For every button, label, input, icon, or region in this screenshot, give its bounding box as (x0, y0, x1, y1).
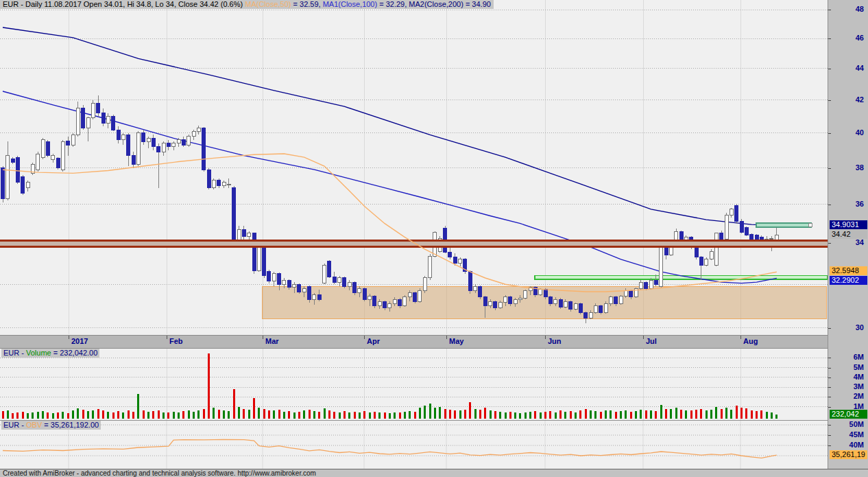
down-candle (494, 301, 497, 308)
date-label-may: May (449, 337, 463, 345)
date-tick-mark (263, 336, 263, 339)
obv-chart-canvas[interactable] (0, 421, 828, 469)
price-axis[interactable]: 4846444240383634306M5M4M3M2M1M50M45M40M3… (828, 0, 868, 469)
up-candle (604, 303, 607, 312)
status-bar: Created with AmiBroker - advanced charti… (0, 469, 868, 477)
volume-bar-up (715, 407, 717, 419)
volume-bar-down (384, 412, 386, 419)
volume-bar-down (218, 410, 220, 419)
volume-bar-down (549, 411, 551, 419)
volume-bar-up (72, 410, 74, 419)
down-candle (127, 135, 130, 155)
down-candle (267, 272, 271, 281)
volume-bar-down (570, 411, 572, 419)
title-segment: MA2(Close,200) = 34.90 (409, 0, 491, 8)
date-tick-mark (545, 336, 546, 339)
up-candle (177, 140, 180, 143)
volume-bar-down (263, 409, 265, 419)
volume-bar-down (363, 411, 365, 419)
volume-chart-canvas[interactable] (0, 349, 828, 420)
volume-bar-down (585, 409, 587, 419)
volume-bar-up (248, 410, 250, 419)
axis-tick-mark (828, 133, 831, 134)
date-label-jul: Jul (646, 337, 657, 345)
up-candle (91, 104, 95, 118)
axis-tick-mark (828, 397, 831, 397)
volume-bar-down (208, 353, 210, 419)
obv-line (3, 439, 777, 458)
axis-tick-mark (828, 435, 831, 436)
volume-bar-up (706, 410, 708, 419)
volume-bar-up (313, 411, 315, 419)
date-label-2017: 2017 (71, 337, 88, 345)
volume-bar-up (564, 412, 566, 419)
up-candle (609, 297, 612, 303)
volume-bar-up (369, 412, 371, 419)
volume-bar-up (359, 412, 361, 419)
volume-bar-up (27, 413, 29, 419)
date-axis[interactable]: 2017FebMarAprMayJunJulAug (0, 335, 868, 349)
title-segment: MA(Close,50) (245, 0, 291, 8)
down-candle (217, 181, 221, 186)
down-candle (448, 253, 452, 257)
volume-bar-down (2, 411, 4, 419)
down-candle (468, 272, 472, 291)
down-candle (343, 278, 346, 286)
down-candle (202, 128, 206, 170)
volume-bar-up (273, 410, 275, 419)
up-candle (71, 135, 75, 145)
amibroker-chart-window: EUR - Daily 11.08.2017 Open 34.01, Hi 34… (0, 0, 868, 477)
down-candle (21, 177, 25, 194)
axis-tick-mark (828, 205, 831, 205)
volume-bar-up (92, 410, 94, 419)
down-candle (363, 288, 366, 299)
volume-bar-down (288, 411, 290, 419)
volume-bar-up (766, 412, 768, 419)
down-candle (11, 159, 14, 163)
up-candle (227, 184, 230, 185)
volume-bar-down (333, 412, 335, 419)
volume-bar-up (283, 412, 285, 419)
volume-bar-down (760, 410, 762, 419)
up-candle (649, 280, 653, 288)
last-price-badge: 34.42 (830, 230, 867, 239)
up-candle (539, 290, 542, 295)
down-candle (298, 284, 301, 292)
volume-bar-up (197, 410, 200, 419)
volume-bar-down (167, 412, 169, 419)
up-candle (393, 299, 396, 303)
up-candle (76, 108, 80, 135)
date-tick-mark (69, 336, 69, 339)
up-candle (26, 183, 29, 188)
volume-bar-up (409, 411, 411, 419)
down-candle (263, 247, 266, 276)
volume-bar-up (640, 410, 642, 419)
volume-bar-up (404, 412, 406, 419)
down-candle (679, 231, 683, 241)
down-candle (699, 257, 703, 266)
volume-bar-up (635, 411, 637, 419)
volume-bar-down (700, 409, 702, 419)
down-candle (353, 282, 357, 292)
volume-bar-up (238, 407, 240, 419)
down-candle (629, 290, 633, 296)
date-tick-mark (643, 336, 644, 339)
down-candle (584, 312, 588, 318)
volume-bar-up (725, 408, 727, 419)
price-chart-canvas[interactable] (0, 0, 828, 334)
volume-bar-up (223, 410, 225, 419)
volume-bar-up (540, 412, 542, 419)
volume-bar-up (519, 413, 521, 419)
volume-bar-down (449, 410, 451, 419)
obv-value-badge: 35,261,19 (830, 450, 867, 459)
volume-bar-up (459, 410, 461, 419)
volume-bar-down (444, 409, 446, 419)
up-candle (498, 303, 502, 308)
down-candle (654, 280, 658, 284)
volume-bar-down (97, 409, 99, 419)
date-tick-mark (364, 336, 365, 339)
pane-divider[interactable] (0, 420, 828, 421)
volume-bar-up (42, 411, 44, 419)
volume-bar-up (348, 412, 350, 419)
volume-bar-down (721, 409, 723, 419)
